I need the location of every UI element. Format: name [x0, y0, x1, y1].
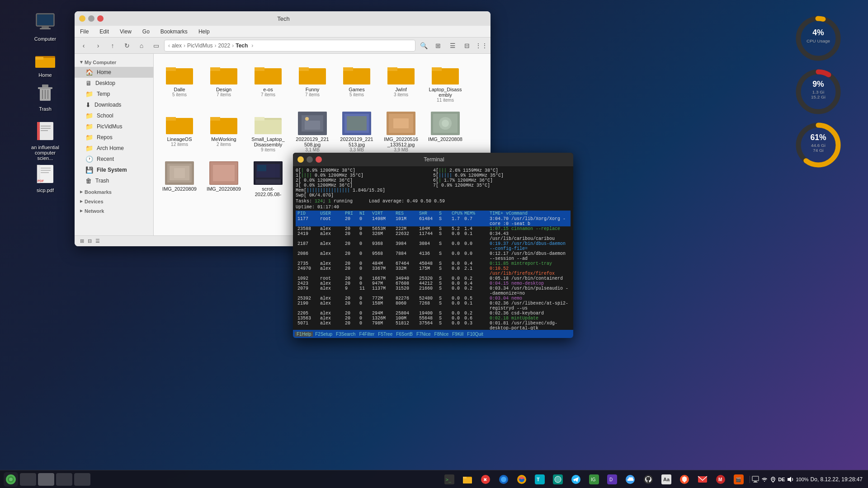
sidebar-item-trash[interactable]: 🗑 Trash — [75, 175, 153, 186]
term-minimize-button[interactable] — [297, 156, 304, 163]
desktop-icon-trash[interactable]: Trash — [25, 79, 66, 113]
fm-tab-button[interactable]: ▭ — [150, 39, 162, 52]
term-f5[interactable]: F5Tree — [377, 332, 394, 337]
taskbar-app-red[interactable]: ✖ — [478, 472, 493, 487]
folder-funny[interactable]: Funny 7 items — [292, 59, 333, 105]
term-f9[interactable]: F9Kill — [451, 332, 465, 337]
sidebar-item-home[interactable]: 🏠 Home — [75, 67, 153, 78]
sidebar-item-school[interactable]: 📁 School — [75, 110, 153, 121]
term-f2[interactable]: F2Setup — [314, 332, 334, 337]
taskbar-app-icloud[interactable] — [623, 472, 637, 487]
fm-close-button[interactable] — [97, 15, 104, 22]
breadcrumb-next-btn[interactable]: › — [251, 42, 253, 49]
folder-small-laptop[interactable]: Small_Laptop_Disassembly 9 items — [248, 109, 288, 155]
term-f7[interactable]: F7Nice — [415, 332, 432, 337]
breadcrumb-tech[interactable]: Tech — [236, 42, 248, 49]
taskbar-terminal-icon[interactable]: >_ — [442, 472, 457, 487]
folder-design[interactable]: Design 7 items — [203, 59, 244, 105]
sidebar-item-repos[interactable]: 📁 Repos — [75, 132, 153, 143]
fm-view2-button[interactable]: ☰ — [446, 39, 459, 52]
taskbar-app-purple[interactable]: D — [605, 472, 619, 487]
folder-e-os[interactable]: e-os 7 items — [248, 59, 288, 105]
sidebar-item-filesystem[interactable]: 💾 File System — [75, 164, 153, 175]
file-img-5[interactable]: IMG_20220809 — [159, 159, 200, 205]
sidebar-item-recent[interactable]: 🕐 Recent — [75, 154, 153, 164]
breadcrumb-prev-btn[interactable]: ‹ — [168, 42, 170, 49]
fm-menu-help[interactable]: Help — [197, 28, 212, 36]
fm-home-button[interactable]: ⌂ — [135, 39, 148, 52]
taskbar-app-dict[interactable]: Aa — [659, 472, 674, 487]
sidebar-item-archhome[interactable]: 📁 Arch Home — [75, 143, 153, 154]
fm-more-button[interactable]: ⋮⋮ — [475, 39, 488, 52]
sidebar-bookmarks-header[interactable]: ▸ Bookmarks — [75, 187, 153, 197]
fm-maximize-button[interactable] — [88, 15, 94, 22]
breadcrumb-2022[interactable]: 2022 — [218, 42, 230, 49]
folder-dalle[interactable]: Dalle 5 items — [159, 59, 200, 105]
term-f1[interactable]: F1Help — [295, 332, 313, 337]
desktop-icon-computer[interactable]: Computer — [25, 9, 66, 43]
taskbar-app-github[interactable] — [641, 472, 656, 487]
fm-view1-button[interactable]: ⊞ — [432, 39, 444, 52]
sidebar-devices-header[interactable]: ▸ Devices — [75, 197, 153, 206]
taskbar-app-red2[interactable]: M — [713, 472, 728, 487]
folder-games[interactable]: Games 5 items — [336, 59, 377, 105]
file-img-1[interactable]: 20220129_221508.jpg 3,1 MB — [292, 109, 333, 155]
term-f3[interactable]: F3Search — [335, 332, 357, 337]
fm-statusbar-icon2[interactable]: ⊟ — [88, 238, 92, 244]
term-f10[interactable]: F10Quit — [466, 332, 485, 337]
fm-minimize-button[interactable] — [79, 15, 85, 22]
file-img-3[interactable]: IMG_20220516_133512.jpg 3,9 MB — [381, 109, 421, 155]
taskbar-window-2[interactable] — [38, 473, 54, 486]
taskbar-app-brave[interactable] — [677, 472, 692, 487]
fm-search-button[interactable]: 🔍 — [417, 39, 430, 52]
fm-menu-bookmarks[interactable]: Bookmarks — [159, 28, 189, 36]
taskbar-window-4[interactable] — [74, 473, 90, 486]
folder-lineageos[interactable]: LineageOS 12 items — [159, 109, 200, 155]
term-close-button[interactable] — [316, 156, 322, 163]
taskbar-app-mail[interactable] — [695, 472, 710, 487]
taskbar-app-telegram[interactable] — [569, 472, 583, 487]
sidebar-item-picvidmus[interactable]: 📁 PicVidMus — [75, 121, 153, 132]
taskbar-files-icon[interactable] — [460, 472, 475, 487]
fm-menu-go[interactable]: Go — [141, 28, 151, 36]
desktop-icon-book[interactable]: an influential computer scien... — [25, 117, 66, 163]
term-f4[interactable]: F4Filter — [358, 332, 376, 337]
fm-statusbar-icon1[interactable]: ⊞ — [80, 238, 84, 244]
sidebar-item-temp[interactable]: 📁 Temp — [75, 89, 153, 99]
breadcrumb-picvidmus[interactable]: PicVidMus — [187, 42, 212, 49]
folder-jwinf[interactable]: JwInf 3 items — [381, 59, 421, 105]
taskbar-app-blue[interactable] — [496, 472, 511, 487]
desktop-icon-home[interactable]: Home — [25, 45, 66, 80]
taskbar-firefox-icon[interactable] — [514, 472, 529, 487]
fm-menu-view[interactable]: View — [118, 28, 133, 36]
term-f6[interactable]: F6SortB — [395, 332, 414, 337]
term-maximize-button[interactable] — [307, 156, 313, 163]
sidebar-network-header[interactable]: ▸ Network — [75, 206, 153, 216]
taskbar-app-cyan[interactable]: T — [533, 472, 547, 487]
taskbar-app-green2[interactable]: IG — [587, 472, 601, 487]
sidebar-item-desktop[interactable]: 🖥 Desktop — [75, 78, 153, 89]
sidebar-my-computer-header[interactable]: ▾ My Computer — [75, 57, 153, 67]
taskbar-app-orange[interactable]: 🎬 — [731, 472, 746, 487]
term-body[interactable]: 0[| 0.9% 1200MHz 38°C] 4[||| 2.6% 1159MH… — [293, 166, 573, 330]
folder-meworking[interactable]: MeWorking 2 items — [203, 109, 244, 155]
fm-back-button[interactable]: ‹ — [77, 39, 90, 52]
desktop-icon-sicp[interactable]: PDF sicp.pdf — [25, 160, 66, 195]
term-f8[interactable]: F8Nice — [433, 332, 450, 337]
fm-menu-edit[interactable]: Edit — [98, 28, 111, 36]
fm-refresh-button[interactable]: ↻ — [121, 39, 133, 52]
file-scrot-1[interactable]: scrot-2022.05.08- — [248, 159, 288, 205]
taskbar-app-teal[interactable] — [551, 472, 565, 487]
fm-view3-button[interactable]: ⊟ — [461, 39, 473, 52]
file-img-4[interactable]: IMG_20220808 — [425, 109, 466, 155]
fm-forward-button[interactable]: › — [92, 39, 104, 52]
fm-statusbar-icon3[interactable]: ☰ — [95, 238, 100, 244]
taskbar-mint-menu[interactable] — [4, 472, 18, 487]
taskbar-window-3[interactable] — [56, 473, 72, 486]
file-img-2[interactable]: 20220129_221513.jpg 3,3 MB — [336, 109, 377, 155]
sidebar-item-downloads[interactable]: ⬇ Downloads — [75, 99, 153, 110]
folder-laptop-disassembly[interactable]: Laptop_Disassembly 11 items — [425, 59, 466, 105]
fm-menu-file[interactable]: File — [78, 28, 90, 36]
breadcrumb-alex[interactable]: alex — [172, 42, 182, 49]
fm-up-button[interactable]: ↑ — [106, 39, 119, 52]
